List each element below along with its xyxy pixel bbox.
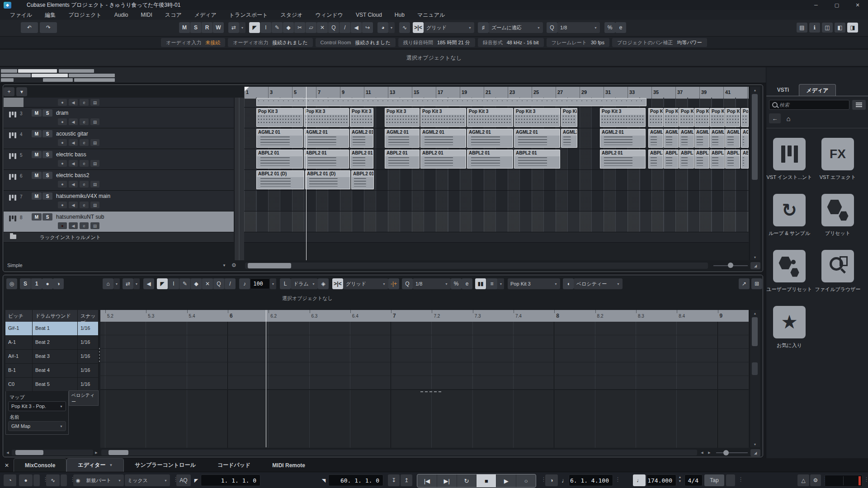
right-locator-display[interactable]: 60. 1. 1. 0: [328, 474, 383, 486]
quantize-icon[interactable]: Q: [547, 22, 557, 33]
menu-item-プロジェクト[interactable]: プロジェクト: [62, 10, 108, 20]
track-mute-button[interactable]: M: [32, 192, 42, 200]
left-zone-toggle[interactable]: ◧: [835, 23, 845, 33]
menu-item-ウィンドウ[interactable]: ウィンドウ: [309, 10, 349, 20]
status-item[interactable]: 残り録音時間185 時間 21 分: [398, 38, 475, 47]
zoom-tool[interactable]: Q: [328, 22, 339, 33]
audition-button[interactable]: ◀: [143, 278, 154, 289]
arrange-lane[interactable]: [244, 211, 749, 232]
edit-channel-icon[interactable]: e: [80, 222, 89, 229]
channel-icon[interactable]: ▤: [90, 202, 99, 208]
midi-part[interactable]: AGML2 01: [385, 129, 420, 148]
drum-sound-row[interactable]: G#-1Beat 11/16: [5, 322, 99, 336]
arrange-hscroll-thumb[interactable]: [248, 263, 291, 268]
quantize-panel-button[interactable]: e: [615, 22, 626, 33]
menu-item-Audio[interactable]: Audio: [108, 10, 135, 20]
tab-コードパッド[interactable]: コードパッド: [207, 459, 261, 472]
drum-map-dropdown[interactable]: Pop Kit 3 - Pop.▼: [8, 401, 66, 411]
midi-part[interactable]: Pop Kit 3: [679, 108, 694, 127]
track-row-dram[interactable]: 3MSdram●◀e▤: [4, 108, 234, 128]
folder-track-row[interactable]: ラックインストゥルメント: [4, 232, 234, 243]
drum-note-grid[interactable]: [100, 322, 749, 389]
drumlist-hscroll-track[interactable]: [12, 450, 93, 455]
midi-record-insert-select[interactable]: ◉新規パート▼: [73, 474, 124, 486]
write-automation-button[interactable]: W: [213, 22, 224, 33]
solo-all-button[interactable]: S: [190, 22, 201, 33]
midi-part[interactable]: ABPL2 01: [725, 150, 740, 169]
monitor-icon[interactable]: ◀: [69, 99, 78, 106]
midi-part[interactable]: Pop Kit 3: [514, 108, 560, 127]
tab-vsti[interactable]: VSTi: [769, 84, 797, 96]
midi-part[interactable]: AGML2 01: [710, 129, 725, 148]
midi-part[interactable]: AGML2 01: [679, 129, 694, 148]
column-header-1[interactable]: ドラムサウンド: [33, 310, 78, 322]
record-enable-icon[interactable]: ●: [58, 160, 67, 167]
midi-part[interactable]: AGML2 01: [420, 129, 466, 148]
indicate-transpositions-button[interactable]: 1: [31, 278, 42, 289]
editor-snap-button[interactable]: >|<: [332, 278, 343, 289]
color-menu-button[interactable]: ◕: [377, 22, 388, 33]
track-solo-button[interactable]: S: [42, 213, 52, 221]
channel-icon[interactable]: ▤: [90, 99, 99, 106]
status-item[interactable]: 録音形式48 kHz - 16 bit: [478, 38, 544, 47]
midi-part[interactable]: AGML2 01: [725, 129, 740, 148]
draw-tool[interactable]: ✎: [272, 22, 283, 33]
editor-vertical-scrollbar[interactable]: ▲ ▼: [750, 310, 760, 447]
editor-ruler[interactable]: 5.25.35.466.26.36.477.27.37.488.28.38.49: [100, 310, 749, 322]
track-solo-button[interactable]: S: [42, 109, 52, 117]
midi-part[interactable]: ABPL2 01: [741, 150, 749, 169]
channel-icon[interactable]: ▤: [90, 139, 99, 146]
midi-part[interactable]: Pop Kit 3: [256, 108, 303, 127]
monitor-icon[interactable]: ◀: [69, 222, 78, 229]
part-editing-mode-button[interactable]: ⌂: [103, 278, 113, 289]
record-in-editor-button[interactable]: ●: [42, 278, 53, 289]
menu-item-スタジオ[interactable]: スタジオ: [274, 10, 309, 20]
editor-zoom-slider[interactable]: [716, 452, 748, 453]
note-display-button[interactable]: ▮▮: [475, 278, 486, 289]
status-item[interactable]: プロジェクトのパン補正均等パワー: [612, 38, 707, 47]
metronome-setup-button[interactable]: ⚙: [810, 474, 821, 486]
editor-vscroll-thumb[interactable]: [752, 317, 758, 346]
track-mute-button[interactable]: M: [32, 130, 42, 137]
menu-item-マニュアル[interactable]: マニュアル: [411, 10, 451, 20]
edit-channel-icon[interactable]: e: [80, 181, 89, 188]
editor-hscroll-track[interactable]: [101, 450, 697, 455]
goto-start-button[interactable]: |◀: [417, 474, 437, 487]
time-display[interactable]: 6. 1. 4.100: [569, 474, 613, 486]
editor-scroll-left2-icon[interactable]: ◀: [699, 450, 705, 456]
monitor-icon[interactable]: ◀: [69, 202, 78, 208]
monitor-icon[interactable]: ◀: [69, 118, 78, 125]
editor-zoom-tool[interactable]: Q: [213, 278, 224, 289]
tap-tempo-button[interactable]: Tap: [704, 474, 724, 486]
midi-part[interactable]: ABPL2 01: [350, 150, 373, 169]
media-back-button[interactable]: ←: [769, 113, 781, 123]
arrange-lane[interactable]: [244, 232, 749, 243]
cycle-button[interactable]: ↻: [457, 474, 477, 487]
menu-item-編集[interactable]: 編集: [38, 10, 62, 20]
midi-part[interactable]: AGML2 01: [561, 129, 577, 148]
arrange-lane[interactable]: [244, 98, 749, 108]
add-track-button[interactable]: +: [4, 87, 14, 96]
media-tile-star-icon[interactable]: ★: [773, 306, 806, 338]
track-row-partial[interactable]: ●◀e▤: [4, 98, 234, 108]
status-item[interactable]: オーディオ出力接続されました: [228, 38, 312, 47]
track-row-acoustic-gitar[interactable]: 4MSacoustic gitar●◀e▤: [4, 128, 234, 149]
insert-velocity-value[interactable]: 100: [250, 278, 270, 289]
lower-zone-close-icon[interactable]: ✕: [0, 462, 14, 472]
event-colors-icon[interactable]: ▤: [797, 23, 807, 33]
midi-part[interactable]: Pop Kit 3: [385, 108, 420, 127]
midi-record-mode-button[interactable]: ●: [19, 474, 33, 486]
event-display[interactable]: 135791113151719212325272931333537394143P…: [244, 87, 749, 260]
tab-サンプラーコントロール[interactable]: サンプラーコントロール: [124, 459, 207, 472]
editor-mute-tool[interactable]: ✕: [202, 278, 213, 289]
menu-item-ファイル[interactable]: ファイル: [4, 10, 38, 20]
record-enable-icon[interactable]: ●: [58, 181, 67, 188]
editor-quantize-select[interactable]: 1/8▼: [413, 278, 451, 289]
midi-part[interactable]: ABPL2 01: [385, 150, 420, 169]
midi-part[interactable]: ABPL2 01: [256, 150, 303, 169]
editor-snap-type-button[interactable]: -|+: [388, 278, 399, 289]
quick-controls-gear-icon[interactable]: ⚙: [231, 262, 236, 268]
arrange-lane[interactable]: Pop Kit 3Pop Kit 3Pop Kit 3Pop Kit 3Pop …: [244, 108, 749, 128]
midi-part[interactable]: AGML2 01: [664, 129, 679, 148]
tempo-track-button[interactable]: ♩: [633, 474, 646, 486]
